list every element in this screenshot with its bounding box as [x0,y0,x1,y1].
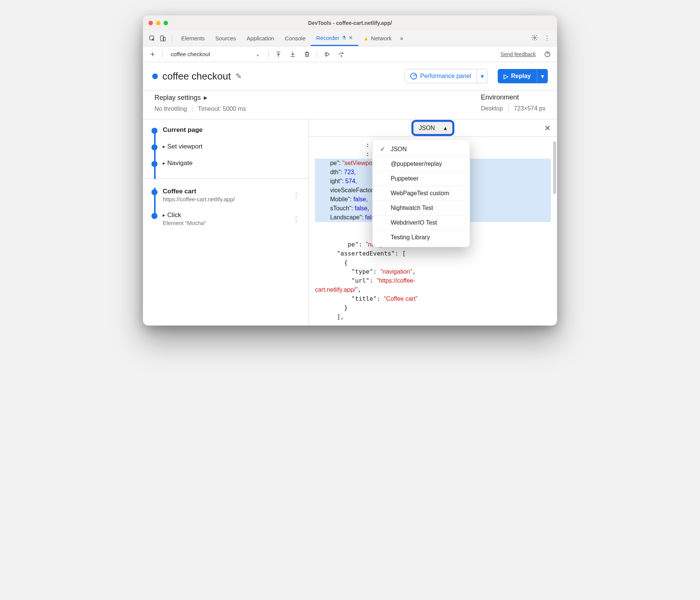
close-code-pane-icon[interactable]: ✕ [544,124,551,133]
help-icon[interactable] [542,49,553,60]
step-current-page[interactable]: Current page [143,122,309,138]
format-dropdown: ✓JSON @puppeteer/replay Puppeteer WebPag… [372,139,470,247]
flask-icon: ⚗ [342,35,346,41]
warning-icon: ▲ [364,35,369,41]
step-bullet [151,128,157,134]
format-select[interactable]: JSON ▴ [413,122,453,134]
step-subtitle: https://coffee-cart.netlify.app/ [163,196,285,202]
svg-point-4 [341,55,342,56]
format-option-puppeteer[interactable]: Puppeteer [373,171,470,186]
edit-title-icon[interactable]: ✎ [235,72,242,81]
window-controls [148,21,168,25]
chevron-right-icon: ▸ [163,161,165,166]
replay-settings-toggle[interactable]: Replay settings▸ [154,93,246,102]
replay-button[interactable]: ▷ Replay [498,73,537,80]
chevron-right-icon: ▸ [163,144,165,149]
step-bullet [151,144,157,150]
recorder-body: Current page ▸Set viewport ▸Navigate Cof… [143,119,557,325]
check-icon: ✓ [379,145,386,153]
recording-header: coffee checkout ✎ Performance panel ▾ ▷ … [143,62,557,90]
step-bullet [151,213,157,219]
caret-up-icon: ▴ [444,124,447,132]
minimize-window-button[interactable] [156,21,160,25]
replay-dropdown[interactable]: ▾ [537,69,548,83]
performance-panel-dropdown[interactable]: ▾ [477,69,488,83]
format-option-puppeteer-replay[interactable]: @puppeteer/replay [373,157,470,171]
steps-list: Current page ▸Set viewport ▸Navigate Cof… [143,119,309,325]
tab-console[interactable]: Console [280,31,311,46]
format-option-webdriverio[interactable]: WebdriverIO Test [373,216,470,230]
tab-network[interactable]: ▲ Network [358,31,397,46]
step-bullet [151,189,157,195]
tab-recorder[interactable]: Recorder ⚗ ✕ [311,31,358,46]
add-recording-button[interactable] [147,49,158,60]
gauge-icon [410,73,417,80]
code-toolbar: JSON ▴ ✕ [309,119,557,137]
svg-point-3 [534,37,536,38]
code-pane: JSON ▴ ✕ ✓JSON @puppeteer/replay Puppete… [309,119,557,325]
play-icon: ▷ [504,73,508,80]
recorder-toolbar: coffee checkout ⌄ Send feedback [143,46,557,62]
inspect-icon[interactable] [147,35,157,42]
settings-row: Replay settings▸ No throttling Timeout: … [143,90,557,119]
tab-application[interactable]: Application [241,31,280,46]
step-set-viewport[interactable]: ▸Set viewport [143,138,309,155]
delete-button[interactable] [301,49,313,60]
performance-panel-main[interactable]: Performance panel [405,73,476,80]
format-option-webpagetest[interactable]: WebPageTest custom [373,186,470,201]
send-feedback-link[interactable]: Send feedback [501,51,536,57]
close-window-button[interactable] [148,21,153,25]
recording-status-dot [152,73,158,79]
device-toolbar-icon[interactable] [157,35,168,42]
format-option-testing-library[interactable]: Testing Library [373,230,470,245]
recording-title: coffee checkout [162,70,231,82]
close-tab-icon[interactable]: ✕ [348,35,353,41]
chevron-right-icon: ▸ [163,213,165,218]
step-over-button[interactable] [336,49,347,60]
divider [172,34,172,43]
throttling-value: No throttling [154,106,187,112]
environment-size: 723×574 px [514,105,546,112]
format-option-json[interactable]: ✓JSON [373,142,470,157]
chevron-down-icon: ⌄ [255,51,260,58]
tab-sources[interactable]: Sources [210,31,241,46]
window-title: DevTools - coffee-cart.netlify.app/ [143,20,557,26]
timeout-value: Timeout: 5000 ms [198,106,246,112]
kebab-menu-icon[interactable]: ⋮ [541,35,553,42]
chevron-right-icon: ▸ [204,93,207,102]
step-click[interactable]: ▸Click Element "Mocha" ⋮ [143,207,309,231]
step-bullet [151,161,157,167]
titlebar: DevTools - coffee-cart.netlify.app/ [143,15,557,31]
devtools-window: DevTools - coffee-cart.netlify.app/ Elem… [143,15,557,326]
replay-button-group: ▷ Replay ▾ [498,69,548,83]
tab-elements[interactable]: Elements [176,31,210,46]
step-coffee-cart[interactable]: Coffee cart https://coffee-cart.netlify.… [143,179,309,207]
performance-panel-button: Performance panel ▾ [405,69,488,83]
maximize-window-button[interactable] [164,21,168,25]
import-button[interactable] [287,49,298,60]
devtools-tabs: Elements Sources Application Console Rec… [143,31,557,46]
settings-gear-icon[interactable] [528,34,541,43]
more-tabs-icon[interactable]: » [397,35,407,42]
step-menu-icon[interactable]: ⋮ [290,215,302,223]
environment-title: Environment [481,93,519,101]
step-button[interactable] [321,49,333,60]
environment-device: Desktop [481,105,503,112]
step-navigate[interactable]: ▸Navigate [143,155,309,171]
export-button[interactable] [273,49,284,60]
format-option-nightwatch[interactable]: Nightwatch Test [373,201,470,216]
recording-select[interactable]: coffee checkout ⌄ [167,49,264,60]
step-subtitle: Element "Mocha" [163,220,285,226]
scrollbar-thumb[interactable] [553,141,556,194]
step-menu-icon[interactable]: ⋮ [290,191,302,199]
